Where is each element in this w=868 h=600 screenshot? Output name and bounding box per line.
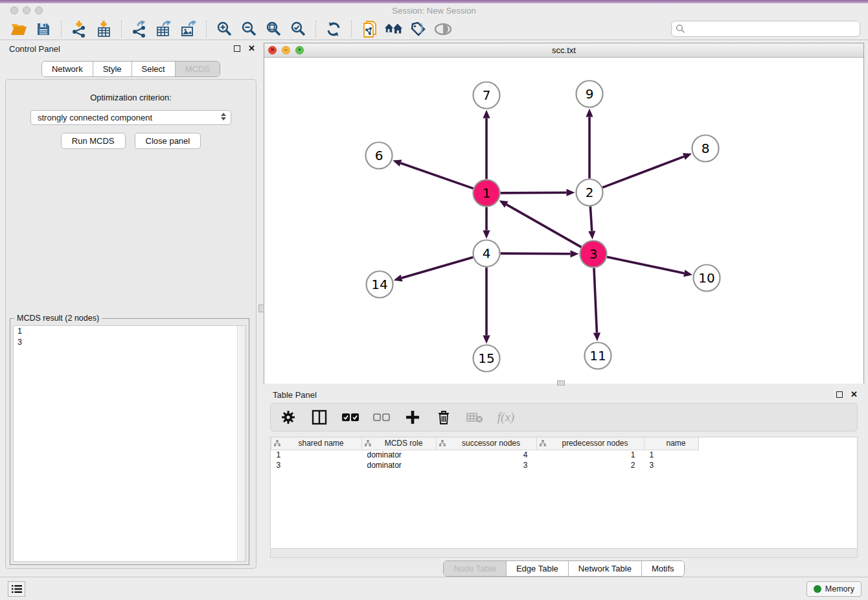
task-history-button[interactable]: [8, 581, 25, 597]
edge-2-8[interactable]: [602, 157, 684, 188]
minimize-window-icon[interactable]: [23, 6, 30, 14]
table-row[interactable]: 3dominator323: [271, 460, 699, 470]
table-cell[interactable]: 1: [271, 450, 362, 460]
table-cell[interactable]: 3: [437, 460, 537, 470]
memory-button[interactable]: Memory: [806, 581, 862, 597]
zoom-window-icon[interactable]: [35, 6, 43, 14]
frame-minimize-icon[interactable]: −: [282, 46, 290, 54]
column-view-icon[interactable]: [311, 409, 328, 426]
edge-arrowhead: [570, 250, 578, 257]
control-panel: Control Panel ✕ NetworkStyleSelectMCDS O…: [0, 40, 262, 577]
edge-1-6[interactable]: [401, 163, 474, 189]
refresh-layout-icon[interactable]: [324, 20, 343, 38]
node-10[interactable]: 10: [694, 265, 720, 292]
clear-table-icon[interactable]: [466, 409, 483, 426]
hierarchy-icon: [274, 440, 280, 446]
function-builder-icon[interactable]: f(x): [497, 409, 514, 426]
table-cell[interactable]: dominator: [362, 450, 437, 460]
tab-motifs[interactable]: Motifs: [641, 561, 684, 576]
table-cell[interactable]: 3: [645, 460, 699, 470]
open-session-icon[interactable]: [9, 20, 29, 38]
close-window-icon[interactable]: [10, 6, 18, 14]
float-table-panel-icon[interactable]: [836, 391, 843, 398]
import-table-icon[interactable]: [94, 20, 113, 38]
edge-2-3[interactable]: [590, 206, 591, 231]
delete-row-icon[interactable]: [435, 409, 452, 426]
new-network-from-selection-icon[interactable]: [360, 20, 379, 38]
result-scrollbar[interactable]: [237, 326, 246, 561]
edge-4-3[interactable]: [500, 253, 570, 254]
eye-icon[interactable]: [433, 20, 453, 38]
settings-icon[interactable]: [280, 409, 297, 426]
chevron-up-down-icon: [221, 113, 226, 121]
column-header-shared-name[interactable]: shared name: [271, 437, 362, 450]
result-item: 3: [14, 337, 246, 348]
tab-edge-table[interactable]: Edge Table: [506, 561, 568, 576]
import-network-icon[interactable]: [69, 20, 89, 38]
tab-style[interactable]: Style: [93, 62, 131, 76]
tab-select[interactable]: Select: [131, 62, 175, 76]
table-cell[interactable]: 1: [645, 450, 699, 460]
add-row-icon[interactable]: [404, 409, 421, 426]
column-header-successor-nodes[interactable]: successor nodes: [437, 437, 537, 450]
save-session-icon[interactable]: [34, 20, 53, 38]
node-table[interactable]: shared nameMCDS rolesuccessor nodesprede…: [270, 437, 858, 548]
network-canvas[interactable]: 7968124314101511: [264, 58, 863, 384]
table-row[interactable]: 1dominator411: [271, 450, 699, 460]
table-cell[interactable]: 4: [437, 450, 537, 460]
node-15[interactable]: 15: [474, 345, 500, 372]
node-8[interactable]: 8: [692, 135, 719, 162]
run-mcds-button[interactable]: Run MCDS: [61, 133, 126, 149]
close-panel-button[interactable]: Close panel: [135, 133, 201, 149]
tab-network[interactable]: Network: [42, 62, 93, 76]
horizontal-splitter-handle[interactable]: [557, 380, 565, 386]
export-image-icon[interactable]: [179, 20, 198, 38]
network-window-titlebar[interactable]: ✕ − + scc.txt: [264, 43, 863, 58]
node-7[interactable]: 7: [474, 82, 500, 109]
table-hscrollbar[interactable]: [270, 548, 858, 558]
node-3[interactable]: 3: [580, 241, 607, 268]
tab-mcds[interactable]: MCDS: [175, 62, 220, 76]
close-table-panel-icon[interactable]: ✕: [851, 391, 858, 398]
edge-3-10[interactable]: [607, 257, 684, 273]
close-panel-icon[interactable]: ✕: [248, 45, 255, 52]
zoom-out-icon[interactable]: [239, 20, 258, 38]
mcds-result-list[interactable]: 13: [13, 325, 246, 562]
column-header-predecessor-nodes[interactable]: predecessor nodes: [537, 437, 645, 450]
table-cell[interactable]: dominator: [362, 460, 437, 470]
vertical-splitter-handle[interactable]: [258, 305, 264, 312]
edge-3-11[interactable]: [594, 268, 597, 332]
zoom-fit-icon[interactable]: [264, 20, 283, 38]
node-6[interactable]: 6: [366, 143, 393, 169]
column-header-MCDS-role[interactable]: MCDS role: [362, 437, 437, 450]
node-11[interactable]: 11: [585, 343, 611, 369]
criterion-dropdown[interactable]: strongly connected component: [30, 110, 231, 125]
zoom-selected-icon[interactable]: [288, 20, 308, 38]
home-icon[interactable]: [384, 20, 404, 38]
select-all-icon[interactable]: [342, 409, 359, 426]
label-toggle-icon[interactable]: [409, 20, 428, 38]
table-cell[interactable]: 3: [271, 460, 362, 470]
table-cell[interactable]: 2: [537, 460, 645, 470]
edge-4-14[interactable]: [402, 257, 473, 278]
node-9[interactable]: 9: [577, 81, 603, 108]
network-graph[interactable]: 7968124314101511: [264, 58, 863, 384]
node-4[interactable]: 4: [474, 240, 500, 267]
zoom-in-icon[interactable]: [214, 20, 234, 38]
export-network-icon[interactable]: [130, 20, 149, 38]
node-1[interactable]: 1: [474, 180, 500, 207]
node-2[interactable]: 2: [577, 179, 603, 206]
edge-1-2[interactable]: [500, 192, 566, 193]
node-14[interactable]: 14: [367, 271, 393, 298]
search-input[interactable]: [671, 21, 860, 37]
export-table-icon[interactable]: [154, 20, 174, 38]
frame-close-icon[interactable]: ✕: [268, 46, 277, 54]
edge-3-1[interactable]: [507, 205, 581, 248]
tab-network-table[interactable]: Network Table: [568, 561, 641, 576]
frame-maximize-icon[interactable]: +: [295, 46, 304, 54]
column-header-name[interactable]: name: [645, 437, 699, 450]
table-cell[interactable]: 1: [537, 450, 645, 460]
deselect-all-icon[interactable]: [373, 409, 390, 426]
float-panel-icon[interactable]: [234, 45, 240, 52]
tab-node-table[interactable]: Node Table: [444, 561, 506, 576]
